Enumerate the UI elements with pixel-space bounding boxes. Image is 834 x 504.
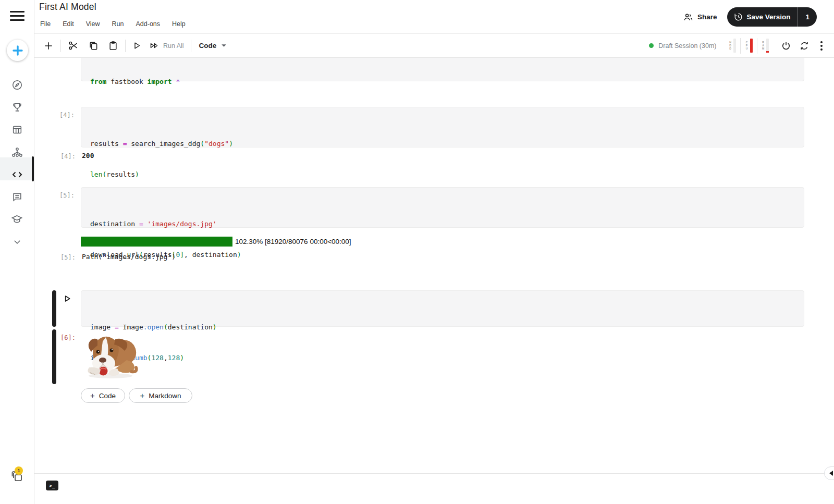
console-button[interactable]: >_ <box>46 481 58 490</box>
caret-down-icon <box>221 44 227 47</box>
output-count-label: [6]: <box>60 334 76 341</box>
cell-4-output: 200 <box>82 152 94 159</box>
code-line: image = Image.open(destination) <box>90 322 795 333</box>
session-status-dot <box>649 43 654 48</box>
more-options-button[interactable] <box>817 39 826 53</box>
save-version-main[interactable]: Save Version <box>727 7 798 27</box>
plus-icon <box>43 41 54 51</box>
code-cell-6[interactable]: image = Image.open(destination) image.to… <box>81 290 804 327</box>
plus-icon: + <box>90 391 95 400</box>
download-progress-bar <box>81 237 232 247</box>
selected-cell-indicator <box>52 290 56 327</box>
code-line: destination = 'images/dogs.jpg' <box>90 219 795 229</box>
code-line: from fastbook import * <box>90 77 795 87</box>
sidebar-item-code[interactable] <box>0 163 34 186</box>
sidebar-item-learn[interactable] <box>0 208 34 230</box>
hamburger-menu-icon[interactable] <box>10 10 24 22</box>
restart-session-button[interactable] <box>799 41 810 51</box>
add-cell-button[interactable] <box>43 41 54 51</box>
clipboard-icon <box>108 41 118 51</box>
sidebar-item-discussions[interactable] <box>0 186 34 208</box>
sidebar-item-home[interactable] <box>0 73 34 96</box>
table-icon <box>11 124 23 136</box>
chevron-down-icon <box>13 237 22 247</box>
scissors-icon <box>68 40 79 51</box>
active-events-button[interactable]: 1 <box>10 470 26 486</box>
menu-view[interactable]: View <box>86 20 100 28</box>
toolbar-left: Run All Code <box>43 34 227 57</box>
paste-cell-button[interactable] <box>108 41 118 51</box>
sidebar-item-datasets[interactable] <box>0 118 34 141</box>
code-cell-4[interactable]: results = search_images_ddg("dogs") len(… <box>81 107 804 147</box>
code-icon <box>11 168 23 181</box>
run-cell-toolbar-button[interactable] <box>132 41 141 50</box>
download-progress-text: 102.30% [81920/80076 00:00<00:00] <box>235 238 351 245</box>
menu-addons[interactable]: Add-ons <box>136 20 161 28</box>
cpu-label: CPU <box>745 41 748 51</box>
run-all-label[interactable]: Run All <box>163 42 184 50</box>
power-icon <box>781 41 791 51</box>
dog-image-output <box>82 331 141 380</box>
sync-icon <box>799 41 810 51</box>
toolbar-divider <box>125 40 126 52</box>
kaggle-notebook-app: 1 First AI Model File Edit View Run Add-… <box>0 0 834 504</box>
sidebar-item-competitions[interactable] <box>0 96 34 118</box>
sidebar-item-more[interactable] <box>0 230 34 253</box>
play-icon <box>63 294 71 303</box>
notebook-canvas: from fastbook import * from fastai.visio… <box>34 58 834 473</box>
header-actions: Share Save Version 1 <box>683 7 817 27</box>
cell-type-value: Code <box>199 42 217 50</box>
ram-usage-bar <box>766 39 769 53</box>
cut-cell-button[interactable] <box>68 40 79 51</box>
menu-file[interactable]: File <box>40 20 51 28</box>
menu-run[interactable]: Run <box>112 20 124 28</box>
toolbar-divider <box>60 40 61 52</box>
create-button[interactable] <box>7 40 28 61</box>
collapse-panel-button[interactable] <box>824 466 834 480</box>
cell-5-output: Path('images/dogs.jpg') <box>82 253 176 261</box>
resource-monitors: HDD CPU RAM <box>725 34 774 57</box>
toolbar-right: Draft Session (30m) HDD CPU RAM <box>649 34 826 57</box>
code-line: image.to_thumb(128,128) <box>90 353 795 363</box>
copy-cell-button[interactable] <box>88 41 99 51</box>
terminal-icon: >_ <box>50 483 55 488</box>
notebook-toolbar: Run All Code Draft Session (30m) HDD CP <box>34 34 834 58</box>
menu-help[interactable]: Help <box>172 20 186 28</box>
execution-count-label: [5]: <box>59 192 75 199</box>
code-line: len(results) <box>90 169 795 180</box>
version-count-badge[interactable]: 1 <box>798 7 817 27</box>
graduation-cap-icon <box>11 213 23 225</box>
share-button[interactable]: Share <box>683 13 717 21</box>
share-label: Share <box>697 13 717 21</box>
hdd-monitor: HDD <box>725 39 741 53</box>
code-cell-5[interactable]: destination = 'images/dogs.jpg' download… <box>81 187 804 228</box>
chevron-left-icon <box>829 471 833 476</box>
session-status: Draft Session (30m) <box>649 42 716 50</box>
run-all-button[interactable]: Run All <box>150 41 184 50</box>
sidebar-item-models[interactable] <box>0 141 34 163</box>
plus-icon <box>11 44 24 57</box>
left-sidebar: 1 <box>0 0 34 504</box>
menu-edit[interactable]: Edit <box>63 20 74 28</box>
model-tree-icon <box>11 146 23 158</box>
hdd-usage-bar <box>733 39 736 53</box>
comment-icon <box>11 191 23 203</box>
notebook-title[interactable]: First AI Model <box>39 2 96 13</box>
add-code-cell-button[interactable]: + Code <box>81 388 125 403</box>
save-version-button[interactable]: Save Version 1 <box>727 7 817 27</box>
fast-forward-icon <box>150 41 160 50</box>
session-status-label: Draft Session (30m) <box>658 42 716 50</box>
output-count-label: [5]: <box>60 254 76 261</box>
power-session-button[interactable] <box>781 41 791 51</box>
code-cell-imports[interactable]: from fastbook import * from fastai.visio… <box>81 58 804 81</box>
plus-icon: + <box>140 391 144 400</box>
run-this-cell-button[interactable] <box>62 293 72 304</box>
add-markdown-label: Markdown <box>149 392 181 400</box>
cpu-usage-bar <box>750 39 753 53</box>
cpu-monitor: CPU <box>741 39 757 53</box>
add-markdown-cell-button[interactable]: + Markdown <box>129 388 192 403</box>
add-code-label: Code <box>99 392 116 400</box>
cell-type-dropdown[interactable]: Code <box>199 42 227 50</box>
play-icon <box>132 41 141 50</box>
selected-output-indicator <box>52 329 56 384</box>
